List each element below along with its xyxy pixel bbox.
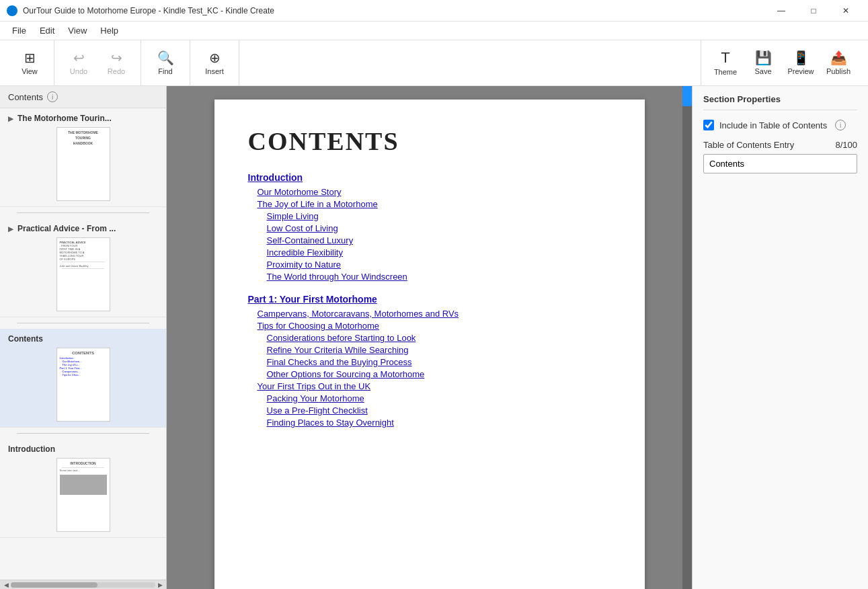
minimize-button[interactable]: — <box>766 0 797 22</box>
toc-link-final-checks[interactable]: Final Checks and the Buying Process <box>248 357 611 367</box>
toc-link-world-windscreen[interactable]: The World through Your Windscreen <box>248 272 611 282</box>
h-scroll-track <box>11 582 155 588</box>
include-toc-info-icon[interactable]: i <box>835 120 846 130</box>
save-icon: 💾 <box>755 51 772 65</box>
scroll-indicator[interactable] <box>682 86 692 589</box>
include-toc-label[interactable]: Include in Table of Contents <box>719 120 827 130</box>
thumbnail-practical-advice: PRACTICAL ADVICE - FROM YOUR FIRST TIME … <box>56 237 110 311</box>
section-item-practical-advice[interactable]: ▶ Practical Advice - From ... PRACTICAL … <box>0 219 166 317</box>
title-bar: OurTour Guide to Motorhome Europe - Kind… <box>0 0 868 22</box>
toc-link-tips-choosing[interactable]: Tips for Choosing a Motorhome <box>248 321 611 331</box>
panel-scroll[interactable]: ▶ The Motorhome Tourin... THE MOTORHOME … <box>0 108 166 580</box>
find-icon: 🔍 <box>157 51 174 65</box>
menu-help[interactable]: Help <box>93 23 125 38</box>
toc-link-low-cost[interactable]: Low Cost of Living <box>248 223 611 233</box>
close-button[interactable]: ✕ <box>830 0 861 22</box>
section-item-header: ▶ The Motorhome Tourin... <box>8 114 158 123</box>
center-panel: CONTENTS Introduction Our Motorhome Stor… <box>167 86 692 589</box>
include-toc-checkbox[interactable] <box>703 120 714 130</box>
toc-entry-input[interactable] <box>703 154 857 173</box>
toc-entry-label-row: Table of Contents Entry 8/100 <box>703 140 857 150</box>
section-item-contents[interactable]: Contents CONTENTS Introduction Our Motor… <box>0 329 166 428</box>
toolbar-group-find: 🔍 Find <box>141 40 190 85</box>
toc-entry-label: Table of Contents Entry <box>703 140 794 150</box>
left-panel-header: Contents i <box>0 86 166 108</box>
toc-part1-heading[interactable]: Part 1: Your First Motorhome <box>248 294 611 305</box>
publish-button[interactable]: 📤 Publish <box>820 43 857 83</box>
redo-label: Redo <box>108 67 125 75</box>
theme-button[interactable]: T Theme <box>707 43 744 83</box>
toc-link-other-options[interactable]: Other Options for Sourcing a Motorhome <box>248 369 611 379</box>
toc-link-refine-criteria[interactable]: Refine Your Criteria While Searching <box>248 345 611 355</box>
toolbar-group-view: ⊞ View <box>5 40 54 85</box>
left-panel: Contents i ▶ The Motorhome Tourin... THE… <box>0 86 167 589</box>
menu-bar: File Edit View Help <box>0 22 868 40</box>
redo-button[interactable]: ↪ Redo <box>97 43 135 83</box>
toc-link-campervans[interactable]: Campervans, Motorcaravans, Motorhomes an… <box>248 309 611 319</box>
contents-info-icon[interactable]: i <box>47 91 58 102</box>
insert-icon: ⊕ <box>209 51 221 65</box>
view-label: View <box>22 67 38 75</box>
thumbnail-motorhome-touring: THE MOTORHOME TOURING HANDBOOK <box>56 127 110 201</box>
main-layout: Contents i ▶ The Motorhome Tourin... THE… <box>0 86 868 589</box>
toc-link-finding-places[interactable]: Finding Places to Stay Overnight <box>248 418 611 428</box>
scroll-right-arrow[interactable]: ▶ <box>155 582 165 588</box>
preview-icon: 📱 <box>793 51 810 65</box>
h-scrollbar[interactable]: ◀ ▶ <box>0 580 166 589</box>
app-icon <box>7 5 17 16</box>
toolbar: ⊞ View ↩ Undo ↪ Redo 🔍 Find ⊕ Insert T T… <box>0 40 868 86</box>
toc-link-simple-living[interactable]: Simple Living <box>248 211 611 221</box>
contents-section-label: Contents <box>8 334 43 344</box>
page-container[interactable]: CONTENTS Introduction Our Motorhome Stor… <box>167 86 692 589</box>
insert-label: Insert <box>205 67 224 75</box>
collapse-arrow: ▶ <box>8 115 13 122</box>
maximize-button[interactable]: □ <box>798 0 829 22</box>
section-item-header-practical: ▶ Practical Advice - From ... <box>8 224 158 233</box>
save-label: Save <box>754 67 771 75</box>
section-properties-title: Section Properties <box>703 94 857 110</box>
scroll-thumb <box>682 86 692 106</box>
page-title: CONTENTS <box>248 126 611 156</box>
menu-view[interactable]: View <box>61 23 93 38</box>
preview-label: Preview <box>787 67 814 75</box>
view-button[interactable]: ⊞ View <box>11 43 48 83</box>
undo-button[interactable]: ↩ Undo <box>60 43 97 83</box>
toc-link-first-trips[interactable]: Your First Trips Out in the UK <box>248 381 611 391</box>
toc-link-packing[interactable]: Packing Your Motorhome <box>248 393 611 403</box>
toc-link-proximity-nature[interactable]: Proximity to Nature <box>248 260 611 270</box>
section-item-header-intro: Introduction <box>8 444 158 454</box>
thumbnail-contents: CONTENTS Introduction Our Motorhom... Th… <box>56 348 110 422</box>
section-item-motorhome-touring[interactable]: ▶ The Motorhome Tourin... THE MOTORHOME … <box>0 108 166 207</box>
section-item-introduction[interactable]: Introduction INTRODUCTION Some intro tex… <box>0 439 166 538</box>
toc-link-incredible-flexibility[interactable]: Incredible Flexibility <box>248 247 611 258</box>
view-icon: ⊞ <box>24 51 36 65</box>
section-divider-3 <box>17 433 150 434</box>
toc-link-motorhome-story[interactable]: Our Motorhome Story <box>248 187 611 197</box>
toc-introduction-heading[interactable]: Introduction <box>248 172 611 183</box>
menu-edit[interactable]: Edit <box>33 23 61 38</box>
include-toc-row: Include in Table of Contents i <box>703 120 857 130</box>
toc-link-self-contained[interactable]: Self-Contained Luxury <box>248 235 611 245</box>
save-button[interactable]: 💾 Save <box>744 43 782 83</box>
find-button[interactable]: 🔍 Find <box>147 43 184 83</box>
toc-link-considerations[interactable]: Considerations before Starting to Look <box>248 333 611 343</box>
scroll-left-arrow[interactable]: ◀ <box>1 582 11 588</box>
section-divider-1 <box>17 212 150 213</box>
book-page: CONTENTS Introduction Our Motorhome Stor… <box>214 100 645 589</box>
insert-button[interactable]: ⊕ Insert <box>196 43 233 83</box>
menu-file[interactable]: File <box>5 23 33 38</box>
theme-label: Theme <box>714 68 737 76</box>
window-controls: — □ ✕ <box>766 0 861 22</box>
section-item-header-contents: Contents <box>8 334 158 344</box>
publish-label: Publish <box>826 67 851 75</box>
practical-advice-label: Practical Advice - From ... <box>17 224 116 233</box>
find-label: Find <box>158 67 172 75</box>
toolbar-group-insert: ⊕ Insert <box>190 40 239 85</box>
publish-icon: 📤 <box>830 51 847 65</box>
toc-link-preflight[interactable]: Use a Pre-Flight Checklist <box>248 405 611 416</box>
preview-button[interactable]: 📱 Preview <box>782 43 820 83</box>
theme-icon: T <box>721 50 729 65</box>
toc-link-joy-of-life[interactable]: The Joy of Life in a Motorhome <box>248 199 611 209</box>
toc-entry-counter: 8/100 <box>835 140 857 150</box>
introduction-label: Introduction <box>8 444 55 454</box>
